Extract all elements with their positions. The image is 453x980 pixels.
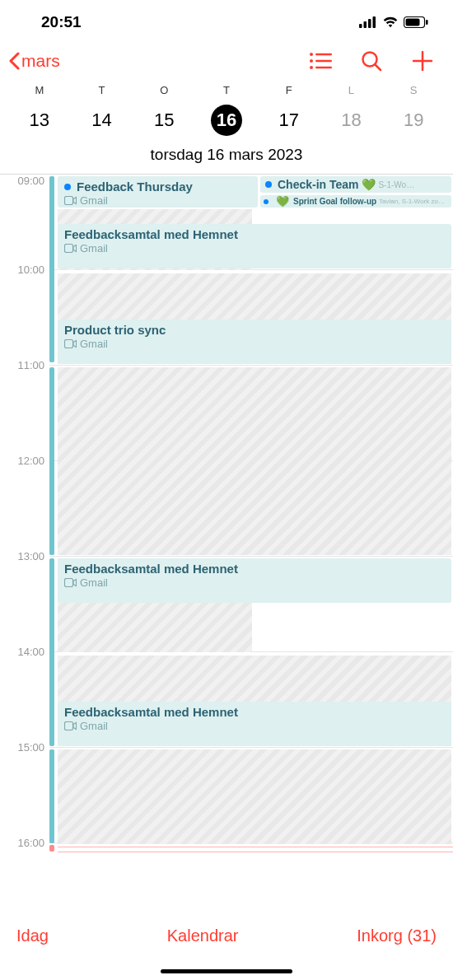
day-number-15[interactable]: 15	[148, 105, 180, 136]
day-number-19[interactable]: 19	[398, 105, 429, 136]
svg-rect-21	[65, 722, 73, 730]
event-feedbacksamtal-3[interactable]: Feedbacksamtal med Hemnet Gmail	[58, 702, 451, 746]
availability-marker	[49, 845, 54, 852]
search-icon	[361, 50, 382, 72]
svg-rect-2	[368, 19, 371, 28]
event-provider: Gmail	[80, 242, 108, 254]
event-meta: Tavlan, S-1-Work zo…	[379, 198, 445, 205]
svg-rect-12	[315, 67, 332, 69]
svg-point-7	[310, 53, 313, 56]
video-icon	[64, 339, 77, 348]
video-icon	[64, 721, 77, 730]
hour-row-1600[interactable]: 16:00	[49, 843, 453, 886]
hour-label: 10:00	[5, 264, 44, 276]
day-of-week-label: T	[195, 81, 258, 101]
add-button[interactable]	[409, 47, 437, 75]
day-of-week-label: L	[320, 81, 383, 101]
svg-rect-17	[65, 197, 73, 205]
event-title: Feedbacksamtal med Hemnet	[64, 227, 445, 241]
calendar-dot-icon	[264, 199, 269, 204]
svg-rect-1	[364, 21, 367, 28]
availability-marker	[49, 558, 54, 746]
nav-bar: mars	[0, 41, 453, 81]
full-date-label: torsdag 16 mars 2023	[0, 142, 453, 174]
hour-label: 16:00	[5, 837, 44, 849]
hour-label: 14:00	[5, 646, 44, 658]
battery-icon	[404, 16, 428, 28]
event-title: Product trio sync	[64, 323, 445, 337]
day-of-week-label: S	[382, 81, 445, 101]
hour-label: 15:00	[5, 741, 44, 754]
status-icons	[359, 16, 428, 28]
svg-rect-10	[315, 60, 332, 63]
hour-row-1500[interactable]: 15:00	[49, 748, 453, 843]
event-title: Check-in Team 💚	[278, 178, 376, 191]
timeline[interactable]: 09:0010:0011:0012:0013:0014:0015:0016:00…	[0, 175, 453, 886]
event-product-trio[interactable]: Product trio sync Gmail	[58, 320, 451, 364]
day-number-13[interactable]: 13	[24, 105, 55, 136]
day-number-17[interactable]: 17	[273, 105, 305, 136]
calendar-dot-icon	[265, 181, 272, 188]
event-feedback-thursday[interactable]: Feedback Thursday Gmail	[58, 176, 258, 208]
event-provider: Gmail	[80, 720, 108, 732]
svg-rect-3	[373, 16, 376, 28]
back-button[interactable]: mars	[8, 51, 60, 71]
calendar-dot-icon	[64, 184, 71, 190]
hour-label: 09:00	[5, 175, 44, 187]
svg-line-14	[376, 65, 381, 71]
bottom-toolbar: Idag Kalendrar Inkorg (31)	[0, 915, 453, 957]
hour-label: 13:00	[5, 550, 44, 562]
short-event-marker	[58, 852, 453, 852]
today-button[interactable]: Idag	[16, 926, 49, 945]
signal-icon	[359, 16, 377, 28]
day-number-14[interactable]: 14	[86, 105, 118, 136]
calendars-button[interactable]: Kalendrar	[167, 926, 239, 945]
home-indicator[interactable]	[161, 969, 292, 973]
week-header: MTOTFLS 13141516171819	[0, 81, 453, 142]
day-number-18[interactable]: 18	[335, 105, 367, 136]
svg-rect-18	[65, 245, 73, 253]
availability-marker	[49, 367, 54, 555]
day-of-week-label: M	[8, 81, 71, 101]
svg-rect-19	[65, 340, 73, 348]
hour-row-1200[interactable]: 12:00	[49, 461, 453, 557]
search-button[interactable]	[357, 47, 385, 75]
hour-label: 12:00	[5, 455, 44, 467]
list-icon	[309, 53, 332, 69]
back-label: mars	[21, 51, 60, 71]
chevron-left-icon	[8, 52, 20, 70]
wifi-icon	[382, 16, 399, 28]
day-of-week-label: T	[71, 81, 133, 101]
video-icon	[64, 196, 77, 205]
event-feedbacksamtal-2[interactable]: Feedbacksamtal med Hemnet Gmail	[58, 558, 451, 603]
hour-label: 11:00	[5, 359, 44, 371]
event-title: Feedbacksamtal med Hemnet	[64, 705, 445, 719]
event-title: Feedback Thursday	[77, 180, 193, 194]
day-number-16[interactable]: 16	[211, 105, 242, 136]
event-title: Feedbacksamtal med Hemnet	[64, 562, 445, 576]
list-view-button[interactable]	[306, 47, 334, 75]
video-icon	[64, 578, 77, 587]
day-of-week-label: F	[258, 81, 320, 101]
heart-icon: 💚	[276, 195, 289, 208]
availability-marker	[49, 176, 54, 362]
svg-rect-8	[315, 54, 332, 56]
event-meta: S-1-Wo…	[378, 180, 414, 189]
event-provider: Gmail	[80, 338, 108, 350]
svg-point-9	[310, 59, 313, 63]
event-provider: Gmail	[80, 194, 108, 207]
day-of-week-label: O	[133, 81, 195, 101]
hour-row-1100[interactable]: 11:00	[49, 366, 453, 461]
svg-rect-0	[359, 24, 362, 28]
event-checkin-team[interactable]: Check-in Team 💚 S-1-Wo…	[260, 176, 451, 193]
status-bar: 20:51	[0, 0, 453, 41]
svg-point-11	[310, 66, 313, 69]
event-feedbacksamtal-1[interactable]: Feedbacksamtal med Hemnet Gmail	[58, 224, 451, 268]
availability-marker	[49, 749, 54, 843]
event-provider: Gmail	[80, 576, 108, 589]
plus-icon	[412, 50, 433, 72]
svg-rect-20	[65, 579, 73, 587]
video-icon	[64, 244, 77, 253]
inbox-button[interactable]: Inkorg (31)	[357, 926, 437, 945]
event-sprint-goal[interactable]: 💚 Sprint Goal follow-up Tavlan, S-1-Work…	[260, 195, 451, 208]
